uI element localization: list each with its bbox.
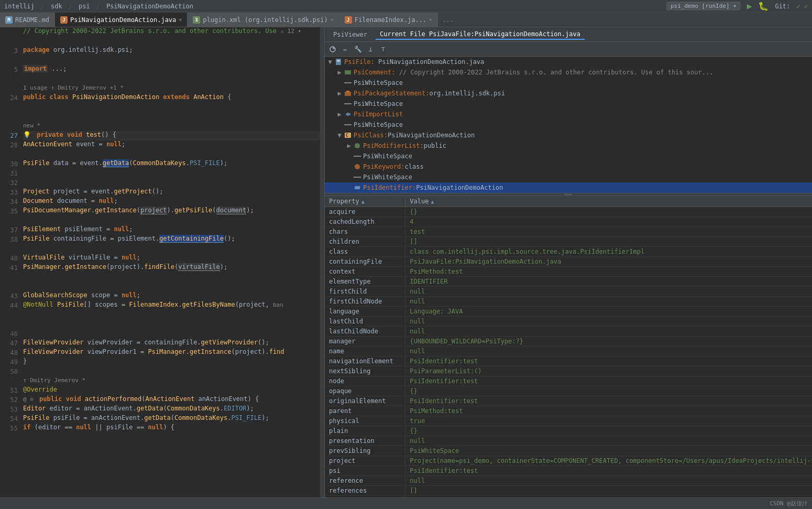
- code-line: if (editor == null || psiFile == null) {: [23, 424, 320, 433]
- expand-icon[interactable]: ▶: [335, 88, 344, 99]
- code-line: [23, 56, 320, 65]
- svg-rect-13: [354, 156, 361, 157]
- prop-value: Project(name=psi_demo, containerState=CO…: [405, 456, 812, 466]
- expand-icon[interactable]: ▶: [335, 67, 344, 78]
- psi-node-label: PsiWhiteSpace: [363, 151, 412, 161]
- nav-run-btn[interactable]: ▶: [747, 1, 752, 11]
- line-numbers: 3 5 24 27 28 30 31 32 33 34 35 37: [0, 27, 21, 497]
- scroll-indicator: [320, 27, 324, 497]
- nav-psi[interactable]: psi: [79, 3, 90, 10]
- expand-icon[interactable]: ▶: [345, 140, 353, 151]
- svg-rect-7: [346, 91, 349, 92]
- prop-value: PsiIdentifier:test: [405, 376, 812, 386]
- tab-plugin-icon: X: [193, 16, 200, 24]
- psi-node-label: PsiPackageStatement:org.intellij.sdk.psi: [354, 88, 505, 99]
- psi-node-label: PsiImportList: [354, 109, 403, 120]
- prop-value: 4: [405, 217, 812, 227]
- props-table: Property ▲ Value ▲: [325, 196, 812, 497]
- nav-git[interactable]: Git:: [775, 3, 790, 10]
- nav-debug-btn[interactable]: 🐛: [758, 1, 769, 11]
- psi-node-ws1[interactable]: PsiWhiteSpace: [325, 78, 812, 88]
- prop-value: null: [405, 476, 812, 486]
- psi-tab-current[interactable]: Current File PsiJavaFile:PsiNavigationDe…: [376, 29, 585, 40]
- psi-node-ws2[interactable]: PsiWhiteSpace: [325, 99, 812, 109]
- tab-demo-icon: J: [60, 16, 68, 24]
- toolbar-edit-btn[interactable]: ✏: [339, 44, 351, 55]
- prop-name: chars: [325, 227, 405, 237]
- prop-value: PsiParameterList:(): [405, 366, 812, 376]
- table-row: navigationElementPsiIdentifier:test: [325, 356, 812, 366]
- prop-value: null: [405, 436, 812, 446]
- code-line: GlobalSearchScope scope = null;: [23, 291, 320, 301]
- expand-icon-ws: [345, 161, 353, 172]
- psi-node-pkg[interactable]: ▶ PsiPackageStatement:org.intellij.sdk.p…: [325, 88, 812, 99]
- psi-class-icon: C: [344, 131, 352, 139]
- toolbar-collapse-btn[interactable]: ⊥: [365, 44, 376, 55]
- status-brand: CSDN @赵佳汁: [770, 500, 808, 507]
- psi-node-modlist[interactable]: ▶ PsiModifierList:public: [325, 140, 812, 151]
- prop-name: plain: [325, 426, 405, 436]
- table-row: originalElementPsiIdentifier:test: [325, 396, 812, 406]
- psi-node-class[interactable]: ▼ C PsiClass:PsiNavigationDemoAction: [325, 130, 812, 140]
- prop-name: firstChildNode: [325, 297, 405, 307]
- psi-node-ws3[interactable]: PsiWhiteSpace ⟵: [325, 120, 812, 130]
- psi-node-ws4[interactable]: PsiWhiteSpace: [325, 151, 812, 161]
- psi-node-ws5[interactable]: PsiWhiteSpace: [325, 172, 812, 182]
- table-row: manager{UNBOUNDED_WILDCARD=PsiType:?}: [325, 337, 812, 346]
- psi-node-comment[interactable]: ▶ PsiComment: // Copyright 2000-2022 Jet…: [325, 67, 812, 78]
- svg-point-14: [355, 164, 360, 169]
- nav-run-config[interactable]: psi_demo [runIde] ▾: [666, 2, 741, 10]
- nav-intellij[interactable]: intellij: [4, 3, 35, 10]
- psi-file-icon: [334, 58, 343, 66]
- psi-node-keyword[interactable]: PsiKeyword:class: [325, 161, 812, 172]
- table-row: lastChildnull: [325, 317, 812, 327]
- code-line: PsiFile psiFile = anActionEvent.getData(…: [23, 414, 320, 424]
- svg-rect-4: [345, 70, 351, 74]
- code-line: @ ⊙ public void actionPerformed(AnAction…: [23, 395, 320, 405]
- psi-tab-viewer[interactable]: PsiViewer: [329, 30, 371, 39]
- prop-value: Language: JAVA: [405, 307, 812, 317]
- prop-name: name: [325, 346, 405, 356]
- expand-icon[interactable]: ▶: [335, 109, 344, 120]
- prop-value: test: [405, 227, 812, 237]
- toolbar-settings-btn[interactable]: 🔧: [352, 44, 364, 55]
- prop-value: null: [405, 327, 812, 337]
- code-line: @NotNull PsiFile[] scopes = FilenameInde…: [23, 301, 320, 310]
- svg-rect-1: [336, 59, 341, 65]
- col-header-property[interactable]: Property ▲: [325, 196, 405, 207]
- psi-node-label: PsiKeyword:class: [363, 161, 424, 172]
- code-line: 💡 private void test() {: [23, 131, 320, 140]
- code-lines[interactable]: // Copyright 2000-2022 JetBrains s.r.o. …: [21, 27, 320, 497]
- psi-node-import[interactable]: ▶ PsiImportList: [325, 109, 812, 120]
- tab-demo-close[interactable]: ×: [179, 17, 182, 23]
- expand-icon[interactable]: ▼: [326, 57, 334, 67]
- psi-id-icon: [353, 183, 361, 192]
- code-line: [23, 244, 320, 254]
- psi-node-identifier[interactable]: PsiIdentifier:PsiNavigationDemoAction: [325, 182, 812, 193]
- code-line: [23, 310, 320, 320]
- col-header-value[interactable]: Value ▲: [405, 196, 812, 207]
- expand-icon-ws: [345, 182, 353, 193]
- tab-overflow[interactable]: ...: [438, 13, 458, 27]
- psi-node-psifile[interactable]: ▼ PsiFile: PsiNavigationDemoAction.java: [325, 57, 812, 67]
- prop-name: physical: [325, 416, 405, 426]
- tab-demo[interactable]: J PsiNavigationDemoAction.java ×: [55, 13, 188, 27]
- psi-tree[interactable]: ▼ PsiFile: PsiNavigationDemoAction.java …: [325, 57, 812, 193]
- svg-text:C: C: [346, 133, 348, 138]
- nav-class[interactable]: PsiNavigationDemoAction: [106, 3, 193, 10]
- prop-name: children: [325, 237, 405, 247]
- toolbar-refresh-btn[interactable]: [327, 44, 338, 55]
- tab-plugin-close[interactable]: ×: [331, 17, 334, 23]
- tab-filename-close[interactable]: ×: [429, 17, 432, 23]
- nav-sdk[interactable]: sdk: [51, 3, 62, 10]
- tab-filename[interactable]: J FilenameIndex.ja... ×: [339, 13, 438, 27]
- tab-plugin[interactable]: X plugin.xml (org.intellij.sdk.psi) ×: [188, 13, 339, 27]
- prop-name: references: [325, 486, 405, 496]
- main-area: 3 5 24 27 28 30 31 32 33 34 35 37: [0, 27, 812, 497]
- table-row: nodePsiIdentifier:test: [325, 376, 812, 386]
- toolbar-expand-btn[interactable]: ⊤: [377, 44, 389, 55]
- tab-readme[interactable]: M README.md: [0, 13, 55, 27]
- code-line: FileViewProvider viewProvider1 = PsiMana…: [23, 348, 320, 358]
- code-line: package org.intellij.sdk.psi;: [23, 46, 320, 56]
- expand-icon[interactable]: ▼: [335, 130, 344, 140]
